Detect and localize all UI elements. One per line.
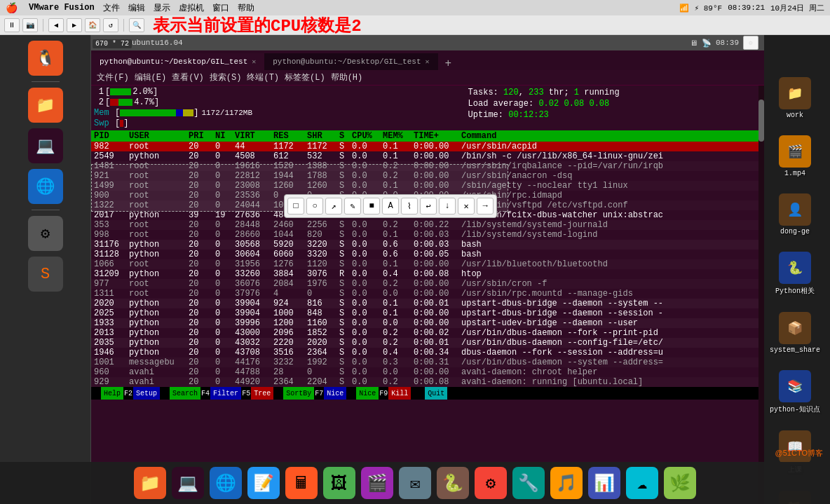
process-row[interactable]: 31176 python 20 0 30568 5920 3220 S 0.0 … <box>91 240 764 250</box>
dock-extra4[interactable]: ☁ <box>626 467 658 499</box>
fkey-F1[interactable]: F1Help <box>91 387 123 400</box>
view-menu[interactable]: 显示 <box>154 2 170 14</box>
desktop-icon-0[interactable]: 📁work <box>779 77 811 119</box>
vm-menu[interactable]: 虚拟机 <box>179 2 204 14</box>
tab-1-close[interactable]: ✕ <box>252 57 256 66</box>
new-tab-btn[interactable]: + <box>441 57 456 70</box>
dock-extra1[interactable]: 🔧 <box>512 467 545 499</box>
dock-terminal[interactable]: 💻 <box>172 467 204 499</box>
term-menu-search[interactable]: 搜索(S) <box>210 71 242 83</box>
process-row[interactable]: 31209 python 20 0 33260 3884 3076 R 0.0 … <box>91 269 764 279</box>
dock-python[interactable]: 🐍 <box>437 467 469 499</box>
terminal-tab-1[interactable]: python@ubuntu:~/Desktop/GIL_test ✕ <box>91 53 264 70</box>
terminal-content[interactable]: 1 [ 2.0%] 2 [ 4.7%] <box>91 86 764 504</box>
home-btn[interactable]: 🏠 <box>85 18 100 32</box>
desktop-icon-3[interactable]: 🐍Python相关 <box>775 252 815 296</box>
term-menu-edit[interactable]: 编辑(E) <box>135 71 167 83</box>
draw-tool-1[interactable]: ○ <box>306 198 323 214</box>
drawing-toolbar[interactable]: □○↗✎■A⌇↩↓✕→ <box>284 194 497 218</box>
desktop-icon-1[interactable]: 🎬1.mp4 <box>779 135 811 177</box>
dock-extra2[interactable]: 🎵 <box>550 467 583 499</box>
dock-extra5[interactable]: 🌿 <box>664 467 696 499</box>
process-row[interactable]: 998 root 20 0 28660 1044 820 S 0.0 0.1 0… <box>91 230 764 240</box>
process-row[interactable]: 960 avahi 20 0 44788 28 0 S 0.0 0.0 0:00… <box>91 367 764 377</box>
dock-files[interactable]: 📁 <box>134 467 166 499</box>
process-row[interactable]: 2020 python 20 0 39904 924 816 S 0.0 0.1… <box>91 299 764 308</box>
sidebar-ubuntu-icon[interactable]: 🐧 <box>28 41 63 76</box>
dock-image[interactable]: 🖼 <box>323 467 355 499</box>
process-row[interactable]: 1311 root 20 0 37976 4 0 S 0.0 0.0 0:00.… <box>91 289 764 299</box>
edit-menu[interactable]: 编辑 <box>128 2 145 14</box>
draw-tool-7[interactable]: ↩ <box>420 198 437 214</box>
vmware-menu[interactable]: VMware Fusion <box>29 3 95 13</box>
draw-tool-10[interactable]: → <box>477 198 494 214</box>
process-row[interactable]: 2549 python 20 0 4508 612 532 S 0.0 0.1 … <box>91 151 764 161</box>
tab-2-close[interactable]: ✕ <box>426 57 430 66</box>
file-menu[interactable]: 文件 <box>103 2 120 14</box>
process-row[interactable]: 31128 python 20 0 30604 6060 3320 S 0.0 … <box>91 250 764 259</box>
dock-extra3[interactable]: 📊 <box>588 467 620 499</box>
process-row[interactable]: 2013 python 20 0 43000 2096 1852 S 0.0 0… <box>91 328 764 338</box>
desktop-icon-4[interactable]: 📦system_share <box>770 312 820 354</box>
fkey-F10[interactable]: F10Quit <box>411 387 447 400</box>
draw-tool-5[interactable]: A <box>382 198 399 214</box>
desktop-icon-5[interactable]: 📚python-知识点 <box>770 370 820 414</box>
draw-tool-6[interactable]: ⌇ <box>401 198 418 214</box>
zoom-btn[interactable]: 🔍 <box>129 18 144 32</box>
fkey-F7[interactable]: F7Nice <box>314 387 346 400</box>
dock-text[interactable]: 📝 <box>247 467 280 499</box>
draw-tool-4[interactable]: ■ <box>363 198 380 214</box>
sidebar-settings-icon[interactable]: ⚙ <box>28 216 63 251</box>
back-btn[interactable]: ◀ <box>48 18 64 32</box>
window-menu[interactable]: 窗口 <box>212 2 229 14</box>
draw-tool-9[interactable]: ✕ <box>458 198 475 214</box>
desktop-icon-2[interactable]: 👤dong-ge <box>779 193 811 236</box>
terminal-tab-2[interactable]: python@ubuntu:~/Desktop/GIL_test ✕ <box>264 53 437 70</box>
fkey-F2[interactable]: F2Setup <box>123 387 160 400</box>
process-row[interactable]: 982 root 20 0 44 1172 1172 S 0.0 0.1 0:0… <box>91 142 764 151</box>
process-row[interactable]: 1001 messagebu 20 0 44176 3232 1992 S 0.… <box>91 357 764 367</box>
term-menu-terminal[interactable]: 终端(T) <box>247 71 279 83</box>
dock-video[interactable]: 🎬 <box>361 467 393 499</box>
process-row[interactable]: 1066 root 20 0 31956 1276 1120 S 0.0 0.1… <box>91 259 764 269</box>
process-row[interactable]: 921 root 20 0 22812 1944 1788 S 0.0 0.2 … <box>91 171 764 181</box>
process-row[interactable]: 1499 root 20 0 23008 1260 1260 S 0.0 0.1… <box>91 181 764 191</box>
forward-btn[interactable]: ▶ <box>67 18 82 32</box>
dock-mail[interactable]: ✉ <box>399 467 431 499</box>
term-menu-help[interactable]: 帮助(H) <box>331 71 363 83</box>
apple-menu[interactable]: 🍎 <box>6 2 18 14</box>
draw-tool-3[interactable]: ✎ <box>344 198 361 214</box>
vm-settings-btn[interactable]: ⚙ <box>743 36 758 50</box>
process-row[interactable]: 929 avahi 20 0 44920 2364 2204 S 0.0 0.2… <box>91 377 764 387</box>
dock-chrome[interactable]: 🌐 <box>210 467 242 499</box>
process-row[interactable]: 353 root 20 0 28448 2460 2256 S 0.0 0.2 … <box>91 220 764 230</box>
process-row[interactable]: 1481 root 20 0 19616 1520 1388 S 0.0 0.2… <box>91 161 764 171</box>
draw-tool-8[interactable]: ↓ <box>439 198 456 214</box>
process-row[interactable]: 1933 python 20 0 39996 1200 1160 S 0.0 0… <box>91 318 764 328</box>
process-row[interactable]: 977 root 20 0 36076 2084 1976 S 0.0 0.2 … <box>91 279 764 289</box>
dock-calc[interactable]: 🖩 <box>285 467 318 499</box>
snapshot-btn[interactable]: 📷 <box>22 18 38 32</box>
refresh-btn[interactable]: ↺ <box>103 18 118 32</box>
sidebar-browser-icon[interactable]: 🌐 <box>28 169 63 204</box>
fkey-F3[interactable]: F3Search <box>160 387 200 400</box>
sidebar-terminal-icon[interactable]: 💻 <box>28 128 63 163</box>
fkey-F4[interactable]: F4Filter <box>200 387 241 400</box>
process-row[interactable]: 2035 python 20 0 43032 2220 2020 S 0.0 0… <box>91 338 764 348</box>
fkey-F5[interactable]: F5Tree <box>241 387 273 400</box>
dock-settings[interactable]: ⚙ <box>475 467 507 499</box>
sidebar-files-icon[interactable]: 📁 <box>28 88 63 123</box>
term-menu-tabs[interactable]: 标签签(L) <box>285 71 325 83</box>
process-row[interactable]: 1946 python 20 0 43708 3516 2364 S 0.0 0… <box>91 348 764 357</box>
fkey-F8[interactable]: F8Nice <box>346 387 379 400</box>
draw-tool-2[interactable]: ↗ <box>325 198 342 214</box>
pause-btn[interactable]: ⏸ <box>4 18 20 32</box>
process-row[interactable]: 2025 python 20 0 39904 1000 848 S 0.0 0.… <box>91 308 764 318</box>
draw-tool-0[interactable]: □ <box>287 198 304 214</box>
term-menu-file[interactable]: 文件(F) <box>97 71 129 83</box>
fkey-F9[interactable]: F9Kill <box>379 387 411 400</box>
sidebar-extra-icon[interactable]: S <box>28 257 63 292</box>
term-menu-view[interactable]: 查看(V) <box>172 71 204 83</box>
fkey-F6[interactable]: F6SortBy <box>273 387 314 400</box>
help-menu[interactable]: 帮助 <box>238 2 254 14</box>
